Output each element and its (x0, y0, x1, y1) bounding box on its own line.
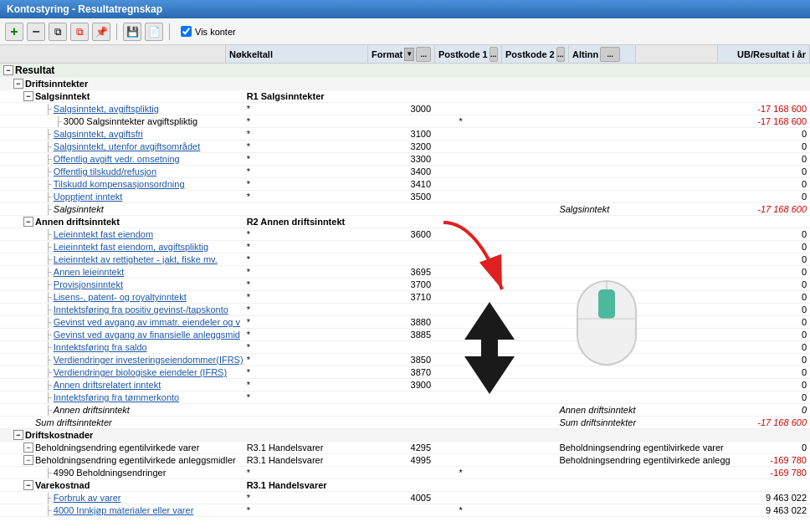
row-label-text[interactable]: Provisjonsinntekt (54, 279, 123, 289)
row-label-text[interactable]: Inntektsføring fra positiv gevinst-/taps… (54, 304, 228, 315)
row-label-text[interactable]: 4000 Innkjøp materialer eller varer (54, 505, 194, 515)
row-postkode2 (458, 442, 490, 454)
row-dots4 (530, 417, 541, 429)
row-label-text[interactable]: Leieinntekt fast eiendom (54, 229, 153, 239)
row-label2 (557, 64, 731, 78)
expand-btn[interactable]: − (23, 455, 33, 465)
row-ub-value (732, 64, 810, 78)
remove-button[interactable]: − (27, 23, 45, 41)
table-row: −VarekostnadR3.1 Handelsvarer (0, 479, 810, 492)
row-label-text[interactable]: Leieinntekt av rettigheter - jakt, fiske… (54, 254, 218, 264)
save-button[interactable]: 💾 (123, 23, 141, 41)
row-label-text[interactable]: Inntektsføring fra tømmerkonto (54, 392, 179, 402)
expand-btn[interactable]: − (13, 430, 23, 440)
row-label-text[interactable]: Offentlig avgift vedr. omsetning (54, 154, 180, 164)
row-dots1 (396, 103, 408, 115)
row-label-text[interactable]: Inntektsføring fra saldo (54, 342, 147, 352)
row-postkode2: * (458, 504, 490, 517)
row-dots3 (489, 366, 500, 379)
row-altinn (500, 379, 530, 391)
red-copy-button[interactable]: ⧉ (70, 23, 89, 41)
postkode2-dots[interactable]: ... (556, 47, 565, 62)
row-label-text[interactable]: Salgsinntekt, utenfor avgiftsområdet (54, 141, 200, 151)
row-name-cell: ├ Inntektsføring fra tømmerkonto (0, 391, 245, 404)
row-nøkkeltall: * (245, 391, 365, 404)
row-label-text[interactable]: Salgsinntekt, avgiftspliktig (54, 104, 159, 114)
table-row: −Driftsinntekter (0, 78, 810, 90)
copy-button[interactable]: ⧉ (49, 23, 67, 41)
row-dots2 (447, 366, 458, 379)
expand-btn[interactable]: − (23, 91, 33, 101)
format-dropdown[interactable]: ▼ (404, 48, 414, 61)
row-nøkkeltall: * (245, 291, 365, 304)
row-label-text[interactable]: Offentlig tilskudd/refusjon (54, 166, 156, 176)
row-label-text[interactable]: Forbruk av varer (54, 493, 121, 503)
row-ub-value: 0 (732, 253, 810, 266)
vis-konter-checkbox[interactable] (181, 26, 192, 37)
row-postkode1 (409, 304, 447, 316)
row-dots2 (447, 316, 458, 329)
row-nøkkeltall: * (245, 253, 365, 266)
row-dots3 (489, 178, 500, 191)
row-dots3 (489, 504, 500, 517)
row-format (364, 379, 396, 391)
row-label-text[interactable]: Annen leieinntekt (54, 267, 124, 277)
doc-button[interactable]: 📄 (145, 23, 163, 41)
row-postkode2 (458, 279, 490, 291)
pin-button[interactable]: 📌 (92, 23, 110, 41)
row-label2 (557, 191, 731, 203)
row-nøkkeltall: * (245, 379, 365, 391)
row-label2 (557, 266, 731, 279)
row-dots3 (489, 404, 500, 417)
row-dots4 (530, 203, 541, 216)
row-label-text[interactable]: Lisens-, patent- og royaltyinntekt (54, 292, 187, 302)
expand-btn[interactable]: − (13, 79, 23, 89)
row-label-text[interactable]: Gevinst ved avgang av immatr. eiendeler … (54, 317, 240, 327)
row-label-text[interactable]: Uopptjent inntekt (54, 192, 123, 202)
row-dots2 (447, 417, 458, 429)
add-button[interactable]: + (5, 23, 23, 41)
row-dots1 (396, 90, 408, 103)
expand-btn[interactable]: − (23, 480, 33, 490)
row-label-text[interactable]: Verdiendringer biologiske eiendeler (IFR… (54, 367, 227, 377)
row-dots3 (489, 354, 500, 366)
row-postkode2 (458, 429, 490, 442)
row-label-text[interactable]: Annen driftsrelatert inntekt (54, 380, 161, 390)
row-dots3 (489, 304, 500, 316)
row-label-text[interactable]: Verdiendringer investeringseiendommer(IF… (54, 355, 244, 365)
row-postkode1 (409, 115, 447, 128)
row-name-cell: ├ Annen driftsinntekt (0, 404, 245, 417)
row-label-text: Driftsinntekter (25, 79, 88, 89)
row-format (364, 304, 396, 316)
format-dots[interactable]: ... (416, 47, 431, 62)
row-postkode1 (409, 90, 447, 103)
row-postkode1 (409, 504, 447, 517)
row-label-text[interactable]: Leieinntekt fast eiendom, avgiftspliktig (54, 242, 208, 252)
expand-btn[interactable]: − (23, 442, 33, 453)
table-row: ├ 3000 Salgsinntekter avgiftspliktig**-1… (0, 115, 810, 128)
row-altinn (500, 153, 530, 166)
row-ub-value: 0 (732, 128, 810, 141)
row-ub-value: 0 (732, 191, 810, 203)
row-label-text[interactable]: Salgsinntekt, avgiftsfri (54, 129, 143, 139)
postkode1-dots[interactable]: ... (490, 47, 498, 62)
altinn-dots[interactable]: ... (600, 47, 620, 62)
row-label2 (557, 391, 731, 404)
row-ub-value: 0 (732, 354, 810, 366)
row-dots4 (530, 304, 541, 316)
vis-konter-label[interactable]: Vis konter (181, 26, 236, 37)
row-dots2 (447, 203, 458, 216)
row-altinn (500, 329, 530, 341)
table-row: −Beholdningsendring egentilvirkede anleg… (0, 454, 810, 467)
expand-btn[interactable]: − (23, 217, 33, 227)
row-label-text[interactable]: Gevinst ved avgang av finansielle anlegg… (54, 330, 240, 340)
row-format (364, 191, 396, 203)
expand-btn[interactable]: − (3, 65, 13, 75)
row-postkode2 (458, 241, 490, 253)
row-nøkkeltall: R2 Annen driftsinntekt (245, 216, 365, 228)
row-postkode1 (409, 203, 447, 216)
row-dots1 (396, 78, 408, 90)
row-label-text[interactable]: Tilskudd kompensasjonsordning (54, 179, 185, 189)
row-label-text: Beholdningsendring egentilvirkede anlegg… (35, 455, 236, 465)
row-name-cell: −Driftskostnader (0, 429, 245, 442)
